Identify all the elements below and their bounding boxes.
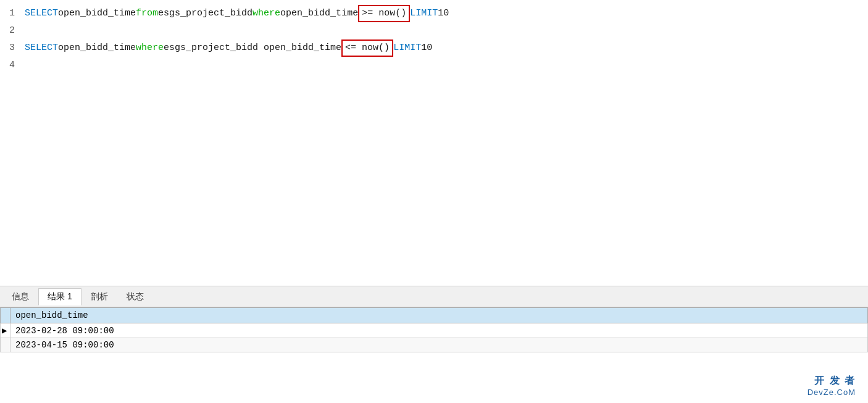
token-kw-green: from: [136, 5, 158, 22]
sql-editor[interactable]: 1SELECT open_bidd_time from esgs_project…: [0, 0, 868, 286]
token-kw-green: where: [252, 5, 280, 22]
line-number: 3: [0, 39, 25, 57]
token-kw-blue: LIMIT: [410, 5, 438, 22]
results-table: open_bidd_time ▶2023-02-28 09:00:002023-…: [0, 307, 868, 352]
results-area: open_bidd_time ▶2023-02-28 09:00:002023-…: [0, 307, 868, 403]
line-number: 4: [0, 57, 25, 74]
table-row: 2023-04-15 09:00:00: [1, 338, 868, 352]
row-indicator: [1, 338, 10, 352]
token-text-dark: open_bidd_time: [58, 5, 136, 22]
code-line: 4: [0, 57, 868, 74]
tab-bar: 信息结果 1剖析状态: [0, 286, 868, 307]
code-line: 3SELECT open_bidd_time where esgs_projec…: [0, 39, 868, 57]
tab-结果 1[interactable]: 结果 1: [38, 288, 81, 305]
tab-状态[interactable]: 状态: [117, 288, 153, 305]
tab-剖析[interactable]: 剖析: [81, 288, 117, 305]
token-text-dark: esgs_project_bidd: [158, 5, 252, 22]
token-text-dark: open_bidd_time: [280, 5, 358, 22]
token-kw-blue: SELECT: [25, 39, 58, 57]
token-text-dark: 10: [421, 39, 432, 57]
tab-信息[interactable]: 信息: [2, 288, 38, 305]
line-number: 2: [0, 22, 25, 39]
row-indicator: ▶: [1, 323, 10, 338]
token-text-dark: esgs_project_bidd open_bidd_time: [164, 39, 341, 57]
token-kw-blue: SELECT: [25, 5, 58, 22]
line-content: SELECT open_bidd_time where esgs_project…: [25, 39, 432, 57]
table-header: open_bidd_time: [1, 308, 868, 323]
token-kw-green: where: [136, 39, 164, 57]
highlight-operator: >= now(): [358, 5, 410, 22]
bottom-panel: 信息结果 1剖析状态 open_bidd_time ▶2023-02-28 09…: [0, 286, 868, 403]
table-body: ▶2023-02-28 09:00:002023-04-15 09:00:00: [1, 323, 868, 352]
code-line: 2: [0, 22, 868, 39]
table-cell: 2023-02-28 09:00:00: [10, 323, 868, 338]
token-kw-blue: LIMIT: [393, 39, 421, 57]
table-header-row: open_bidd_time: [1, 308, 868, 323]
token-text-dark: open_bidd_time: [58, 39, 136, 57]
highlight-operator: <= now(): [341, 39, 393, 57]
column-header: open_bidd_time: [10, 308, 868, 323]
token-text-dark: 10: [438, 5, 449, 22]
line-number: 1: [0, 5, 25, 22]
table-cell: 2023-04-15 09:00:00: [10, 338, 868, 352]
line-content: SELECT open_bidd_time from esgs_project_…: [25, 5, 449, 22]
table-row: ▶2023-02-28 09:00:00: [1, 323, 868, 338]
code-line: 1SELECT open_bidd_time from esgs_project…: [0, 5, 868, 22]
